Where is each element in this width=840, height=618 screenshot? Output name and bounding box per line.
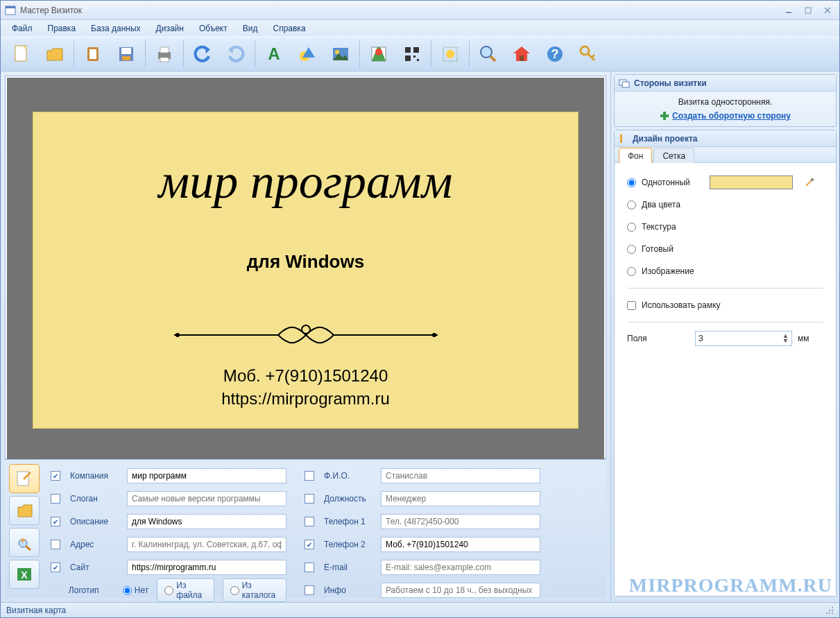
svg-rect-2 (786, 12, 791, 13)
logo-file[interactable]: Из файла (157, 578, 214, 602)
lbl-addr: Адрес (69, 540, 124, 549)
image-button[interactable] (324, 39, 357, 69)
contacts-tab-icon[interactable] (9, 496, 40, 525)
chk-info[interactable] (305, 585, 314, 595)
resize-grip[interactable] (825, 606, 834, 615)
minimize-button[interactable] (781, 5, 796, 16)
radio-tex[interactable] (627, 223, 636, 232)
maximize-button[interactable] (800, 5, 816, 16)
chk-site[interactable]: ✔ (51, 563, 60, 572)
redo-button[interactable] (219, 39, 252, 69)
chk-company[interactable]: ✔ (51, 471, 60, 481)
print-button[interactable] (148, 39, 181, 69)
radio-solid-label: Однотонный (642, 178, 690, 187)
card-title[interactable]: мир программ (33, 154, 578, 209)
bottom-panel: X ✔ Компания Ф.И.О. Слоган Должность (5, 459, 606, 598)
input-info[interactable] (381, 583, 540, 598)
radio-img-label: Изображение (642, 266, 694, 276)
chk-tel2[interactable]: ✔ (305, 540, 314, 549)
card-subtitle[interactable]: для Windows (33, 251, 578, 273)
input-role[interactable] (381, 491, 540, 506)
radio-solid[interactable] (627, 178, 636, 187)
menu-edit[interactable]: Правка (41, 22, 83, 35)
svg-point-20 (375, 49, 382, 55)
logo-none[interactable]: Нет (123, 585, 148, 595)
clipart-button[interactable] (434, 39, 467, 69)
input-tel2[interactable] (381, 537, 540, 552)
svg-text:X: X (21, 569, 28, 581)
radio-two-label: Два цвета (642, 200, 680, 209)
paste-button[interactable] (76, 39, 110, 69)
svg-point-55 (832, 612, 833, 614)
business-card[interactable]: мир программ для Windows (33, 112, 578, 429)
eyedropper-icon[interactable] (804, 177, 815, 188)
card-ornament[interactable] (33, 321, 578, 349)
home-button[interactable] (505, 39, 538, 69)
edit-tab-icon[interactable] (9, 464, 40, 493)
chk-desc[interactable]: ✔ (51, 517, 60, 526)
svg-rect-49 (622, 82, 629, 87)
text-button[interactable]: A (257, 39, 291, 69)
svg-rect-13 (160, 47, 169, 53)
svg-rect-24 (413, 55, 415, 58)
input-slogan[interactable] (127, 491, 286, 506)
margins-input[interactable]: 3▲▼ (695, 331, 792, 346)
input-email[interactable] (381, 560, 540, 575)
input-fio[interactable] (381, 468, 540, 483)
radio-two[interactable] (627, 200, 636, 209)
input-addr[interactable] (127, 537, 286, 552)
chk-slogan[interactable] (51, 494, 60, 504)
radio-preset[interactable] (627, 245, 636, 254)
chk-role[interactable] (305, 494, 314, 504)
menu-design[interactable]: Дизайн (149, 22, 191, 35)
menu-file[interactable]: Файл (5, 22, 40, 35)
chk-addr[interactable] (51, 540, 60, 549)
canvas[interactable]: мир программ для Windows (7, 78, 604, 463)
create-back-link[interactable]: Создать оборотную сторону (672, 111, 791, 121)
map-button[interactable] (362, 39, 395, 69)
svg-rect-21 (405, 47, 411, 53)
menu-view[interactable]: Вид (236, 22, 265, 35)
input-company[interactable] (127, 468, 286, 483)
svg-point-59 (829, 610, 830, 611)
card-url[interactable]: https://mirprogramm.ru (33, 389, 578, 409)
tab-bg[interactable]: Фон (619, 148, 652, 163)
close-button[interactable] (820, 5, 835, 16)
undo-button[interactable] (186, 39, 219, 69)
svg-point-39 (175, 333, 180, 337)
menu-object[interactable]: Объект (192, 22, 234, 35)
design-body: Однотонный Два цвета Текстура Готовый Из… (615, 163, 836, 596)
lbl-fio: Ф.И.О. (323, 471, 378, 481)
help-button[interactable]: ? (538, 39, 572, 69)
menubar: Файл Правка База данных Дизайн Объект Ви… (1, 20, 839, 37)
qrcode-button[interactable] (395, 39, 429, 69)
chk-email[interactable] (305, 563, 314, 572)
menu-help[interactable]: Справка (266, 22, 312, 35)
color-swatch[interactable] (710, 175, 793, 189)
input-desc[interactable] (127, 514, 286, 529)
open-button[interactable] (38, 39, 71, 69)
svg-point-27 (446, 50, 454, 58)
chk-frame[interactable] (627, 301, 636, 310)
right-panel: Стороны визитки Визитка односторонняя. С… (610, 71, 839, 602)
input-tel1[interactable] (381, 514, 540, 529)
svg-point-28 (481, 46, 492, 58)
menu-database[interactable]: База данных (84, 22, 147, 35)
zoom-button[interactable] (472, 39, 505, 69)
tab-grid[interactable]: Сетка (653, 148, 694, 163)
plus-icon (660, 111, 669, 121)
search-tab-icon[interactable] (9, 528, 40, 557)
chk-fio[interactable] (305, 471, 314, 481)
card-phone[interactable]: Моб. +7(910)1501240 (33, 366, 578, 386)
new-button[interactable] (5, 39, 38, 69)
excel-tab-icon[interactable]: X (9, 560, 40, 589)
chk-tel1[interactable] (305, 517, 314, 526)
logo-catalog[interactable]: Из каталога (223, 578, 286, 602)
shape-button[interactable] (291, 39, 324, 69)
input-site[interactable] (127, 560, 286, 575)
key-button[interactable] (572, 39, 605, 69)
svg-point-60 (832, 607, 833, 608)
toolbar: A ? (1, 37, 839, 71)
radio-img[interactable] (627, 267, 636, 276)
save-button[interactable] (110, 39, 143, 69)
